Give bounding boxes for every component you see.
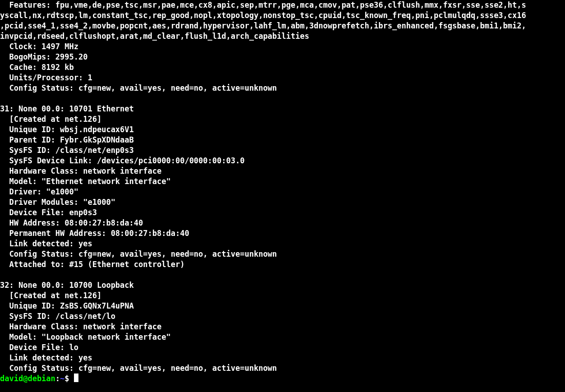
prompt-dollar: $ [64,374,73,383]
terminal-output: Features: fpu,vme,de,pse,tsc,msr,pae,mce… [0,0,565,374]
prompt-user-host: david@debian [0,374,55,383]
prompt-colon: : [55,374,60,383]
cursor-block[interactable] [74,374,78,382]
prompt-path: ~ [60,374,64,383]
terminal-viewport[interactable]: Features: fpu,vme,de,pse,tsc,msr,pae,mce… [0,0,565,384]
